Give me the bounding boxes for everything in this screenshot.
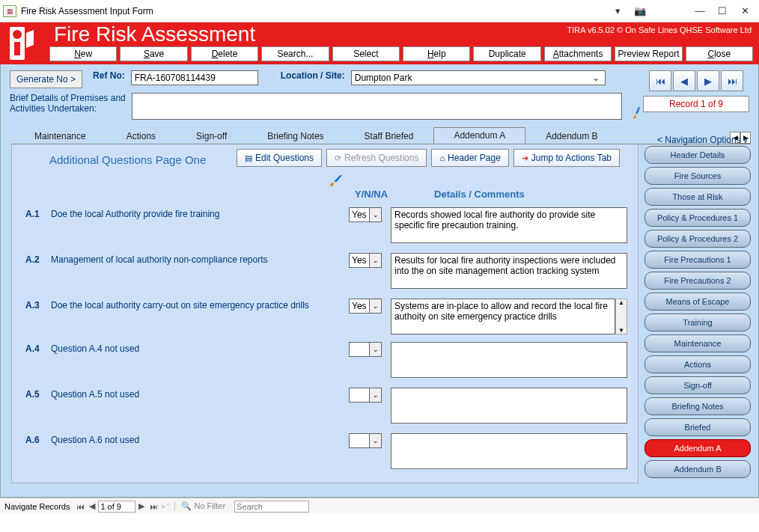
menu-help[interactable]: Help (403, 46, 470, 61)
status-last-button[interactable]: ⏭ (147, 502, 159, 511)
vcr-controls: ⏮ ◀ ▶ ⏭ (643, 70, 749, 91)
sidenav-addendum-a[interactable]: Addendum A (644, 439, 751, 457)
refresh-questions-button[interactable]: ⟳Refresh Questions (326, 149, 427, 167)
comment-textarea[interactable]: Systems are in-place to allow and record… (391, 299, 615, 334)
camera-icon[interactable]: 📷 (629, 3, 651, 19)
first-record-button[interactable]: ⏮ (649, 70, 671, 91)
sidenav-maintenance[interactable]: Maintenance (644, 334, 751, 352)
menu-select[interactable]: Select (332, 46, 400, 61)
menu-duplicate[interactable]: Duplicate (473, 46, 540, 61)
status-new-button[interactable]: ▸* (159, 501, 171, 511)
menu-new[interactable]: New (49, 46, 117, 61)
yn-input[interactable] (349, 433, 370, 448)
ref-no-input[interactable] (131, 70, 258, 85)
chevron-down-icon[interactable]: ⌄ (370, 253, 382, 268)
sidenav-sign-off[interactable]: Sign-off (644, 376, 751, 394)
close-button[interactable]: ✕ (734, 3, 756, 19)
status-next-button[interactable]: ▶ (135, 501, 147, 511)
question-row: A.3Doe the local authority carry-out on … (19, 299, 633, 334)
menu-delete[interactable]: Delete (191, 46, 258, 61)
question-number: A.3 (19, 299, 51, 334)
yn-input[interactable] (349, 342, 370, 357)
last-record-button[interactable]: ⏭ (721, 70, 743, 91)
sidenav-fire-precautions-2[interactable]: Fire Precautions 2 (644, 272, 751, 290)
maximize-button[interactable]: ☐ (711, 3, 734, 19)
arrow-right-icon: ➔ (522, 153, 528, 163)
fire-alarm-icon (1, 22, 45, 64)
comment-textarea[interactable] (391, 388, 627, 424)
tab-maintenance[interactable]: Maintenance (14, 128, 106, 144)
comment-textarea[interactable] (391, 342, 627, 378)
comment-textarea[interactable]: Records showed local fire authority do p… (391, 207, 627, 243)
sidenav-fire-sources[interactable]: Fire Sources (644, 167, 751, 185)
menu-close[interactable]: Close (686, 46, 753, 61)
brief-label: Brief Details of Premises and Activities… (10, 93, 126, 120)
tab-briefing-notes[interactable]: Briefing Notes (247, 128, 344, 144)
next-record-button[interactable]: ▶ (697, 70, 719, 91)
chevron-down-icon[interactable]: ⌄ (370, 299, 382, 314)
menu-attachments[interactable]: Attachments (544, 46, 612, 61)
tab-actions[interactable]: Actions (106, 128, 176, 144)
status-page-input[interactable] (98, 501, 135, 513)
chevron-down-icon[interactable]: ⌄ (370, 388, 382, 403)
tab-staff-briefed[interactable]: Staff Briefed (344, 128, 434, 144)
prev-record-button[interactable]: ◀ (673, 70, 695, 91)
scrollbar[interactable]: ▲▼ (615, 299, 627, 334)
comment-textarea[interactable] (391, 433, 627, 469)
yn-cell: ⌄ (349, 342, 386, 380)
yn-input[interactable] (349, 299, 370, 314)
location-select[interactable]: Dumpton Park ⌄ (351, 70, 606, 85)
tab-sign-off[interactable]: Sign-off (176, 128, 247, 144)
comment-textarea[interactable]: Results for local fire authority inspect… (391, 253, 627, 289)
header-page-button[interactable]: ⌂Header Page (431, 149, 508, 167)
brief-textarea[interactable] (132, 93, 622, 120)
yn-input[interactable] (349, 388, 370, 403)
question-text: Question A.6 not used (51, 433, 349, 471)
status-search-input[interactable] (234, 501, 309, 513)
status-label: Navigate Records (0, 502, 74, 511)
window-title: Fire Risk Assessment Input Form (21, 6, 606, 16)
chevron-down-icon[interactable]: ⌄ (370, 342, 382, 357)
question-text: Management of local authority non-compli… (51, 253, 349, 291)
location-value: Dumpton Park (355, 73, 412, 83)
jump-actions-button[interactable]: ➔Jump to Actions Tab (513, 149, 620, 167)
sidenav-briefed[interactable]: Briefed (644, 418, 751, 436)
yn-input[interactable] (349, 207, 370, 222)
tab-addendum-a[interactable]: Addendum A (433, 127, 525, 144)
status-first-button[interactable]: ⏮ (74, 502, 86, 511)
status-bar: Navigate Records ⏮ ◀ ▶ ⏭ ▸* 🔍 No Filter (0, 498, 759, 514)
brush-icon[interactable]: 🖌️ (329, 174, 342, 186)
sidenav-actions[interactable]: Actions (644, 355, 751, 373)
dropdown-icon[interactable]: ▾ (606, 3, 629, 19)
panel-toolbar: ▤Edit Questions ⟳Refresh Questions ⌂Head… (237, 149, 620, 167)
chevron-down-icon[interactable]: ⌄ (370, 433, 382, 448)
minimize-button[interactable]: — (689, 3, 711, 19)
sidenav-briefing-notes[interactable]: Briefing Notes (644, 397, 751, 415)
question-row: A.6Question A.6 not used⌄ (19, 433, 633, 471)
status-prev-button[interactable]: ◀ (86, 501, 98, 511)
generate-no-button[interactable]: Generate No > (10, 70, 82, 88)
menu-save[interactable]: Save (120, 46, 187, 61)
yn-input[interactable] (349, 253, 370, 268)
sidenav-those-at-risk[interactable]: Those at Risk (644, 188, 751, 206)
nav-options-label[interactable]: < Navigation Options v (657, 135, 748, 145)
question-row: A.4Question A.4 not used⌄ (19, 342, 633, 380)
sidenav-policy-procedures-2[interactable]: Policy & Procedures 2 (644, 230, 751, 248)
form-body: Generate No > Ref No: Location / Site: D… (0, 64, 759, 498)
chevron-down-icon[interactable]: ⌄ (370, 207, 382, 222)
sidenav-means-of-escape[interactable]: Means of Escape (644, 293, 751, 311)
sidenav-training[interactable]: Training (644, 314, 751, 331)
tab-addendum-b[interactable]: Addendum B (525, 128, 618, 144)
menu-previewreport[interactable]: Preview Report (615, 46, 682, 61)
sidenav-policy-procedures-1[interactable]: Policy & Procedures 1 (644, 209, 751, 227)
sidenav-fire-precautions-1[interactable]: Fire Precautions 1 (644, 251, 751, 269)
question-text: Doe the local Authority provide fire tra… (51, 207, 349, 245)
chevron-down-icon: ⌄ (590, 73, 602, 83)
side-nav: Header DetailsFire SourcesThose at RiskP… (644, 144, 751, 483)
menu-search[interactable]: Search... (261, 46, 329, 61)
status-filter[interactable]: 🔍 No Filter (174, 501, 231, 511)
sidenav-addendum-b[interactable]: Addendum B (644, 460, 751, 478)
yn-cell: ⌄ (349, 253, 386, 291)
sidenav-header-details[interactable]: Header Details (644, 146, 751, 164)
edit-questions-button[interactable]: ▤Edit Questions (237, 149, 322, 167)
